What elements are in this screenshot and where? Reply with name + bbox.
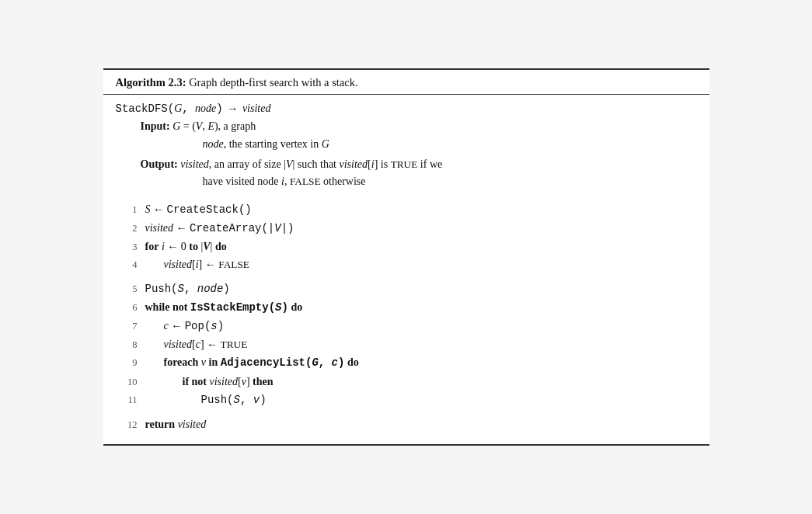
- spacer-2: [116, 409, 697, 415]
- line-num-6: 6: [116, 300, 138, 316]
- code-line-8: 8 visited[c] ← TRUE: [116, 335, 697, 353]
- output-text: visited, an array of size |V| such that …: [180, 158, 442, 170]
- input-label: Input:: [141, 120, 170, 132]
- line-content-8: visited[c] ← TRUE: [145, 335, 697, 353]
- algorithm-title-rest: Graph depth-first search with a stack.: [186, 76, 358, 89]
- input-G-eq: G = (V, E), a graph: [173, 120, 256, 132]
- line-content-6: while not IsStackEmpty(S) do: [145, 298, 697, 317]
- algorithm-title: Algorithm 2.3: Graph depth-first search …: [116, 76, 358, 89]
- line-num-4: 4: [116, 257, 138, 273]
- output-line2: have visited node i, FALSE otherwise: [203, 173, 697, 190]
- input-node: node: [203, 138, 224, 150]
- code-line-1: 1 S ← CreateStack(): [116, 200, 697, 219]
- code-line-10: 10 if not visited[v] then: [116, 373, 697, 391]
- line-content-4: visited[i] ← FALSE: [145, 255, 697, 273]
- algorithm-box: Algorithm 2.3: Graph depth-first search …: [103, 68, 709, 446]
- line-num-7: 7: [116, 318, 138, 335]
- line-num-5: 5: [116, 281, 138, 297]
- line-num-10: 10: [116, 374, 138, 391]
- line-content-5: Push(S, node): [145, 280, 697, 298]
- code-line-12: 12 return visited: [116, 415, 697, 433]
- code-line-4: 4 visited[i] ← FALSE: [116, 255, 697, 273]
- input-node-rest: , the starting vertex in G: [224, 138, 329, 150]
- line-content-2: visited ← CreateArray(|V|): [145, 219, 697, 238]
- line-num-1: 1: [116, 202, 138, 218]
- line-content-10: if not visited[v] then: [145, 373, 697, 391]
- algorithm-title-bold: Algorithm 2.3:: [116, 76, 186, 89]
- line-num-8: 8: [116, 337, 138, 353]
- code-lines: 1 S ← CreateStack() 2 visited ← CreateAr…: [116, 200, 697, 433]
- io-block: Input: G = (V, E), a graph node, the sta…: [141, 118, 697, 191]
- line-num-9: 9: [116, 355, 138, 371]
- algorithm-body: StackDFS(G, node) → visited Input: G = (…: [103, 95, 709, 444]
- line-content-11: Push(S, v): [145, 391, 697, 409]
- spacer-1: [116, 273, 697, 280]
- input-line1: Input: G = (V, E), a graph: [141, 118, 697, 135]
- line-num-3: 3: [116, 239, 138, 255]
- code-line-9: 9 foreach v in AdjacencyList(G, c) do: [116, 353, 697, 372]
- code-line-7: 7 c ← Pop(s): [116, 317, 697, 335]
- code-line-3: 3 for i ← 0 to |V| do: [116, 238, 697, 255]
- page: Algorithm 2.3: Graph depth-first search …: [0, 0, 812, 514]
- line-content-7: c ← Pop(s): [145, 317, 697, 335]
- code-line-2: 2 visited ← CreateArray(|V|): [116, 219, 697, 238]
- output-label: Output:: [141, 158, 178, 170]
- line-content-12: return visited: [145, 415, 697, 433]
- line-num-2: 2: [116, 221, 138, 237]
- output-line1: Output: visited, an array of size |V| su…: [141, 156, 697, 173]
- line-content-1: S ← CreateStack(): [145, 200, 697, 219]
- line-content-9: foreach v in AdjacencyList(G, c) do: [145, 353, 697, 372]
- line-num-12: 12: [116, 417, 138, 433]
- signature-func: StackDFS(G, node) → visited: [116, 102, 271, 115]
- algorithm-title-row: Algorithm 2.3: Graph depth-first search …: [103, 70, 709, 95]
- code-line-5: 5 Push(S, node): [116, 280, 697, 298]
- code-line-11: 11 Push(S, v): [116, 391, 697, 409]
- input-line2: node, the starting vertex in G: [203, 136, 697, 153]
- line-num-11: 11: [116, 392, 138, 408]
- line-content-3: for i ← 0 to |V| do: [145, 238, 697, 255]
- code-line-6: 6 while not IsStackEmpty(S) do: [116, 298, 697, 317]
- signature-line: StackDFS(G, node) → visited: [116, 102, 697, 115]
